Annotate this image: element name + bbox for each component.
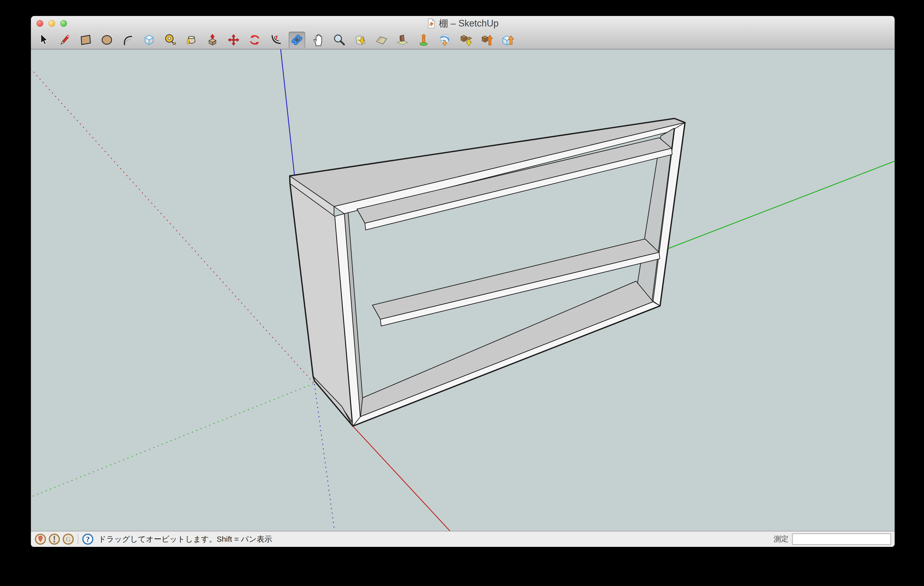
document-icon: [427, 18, 436, 29]
line-tool-button[interactable]: [56, 32, 73, 48]
paint-bucket-icon: [185, 33, 198, 47]
building-maker-icon: [417, 33, 431, 47]
make-component-tool-button[interactable]: [141, 32, 157, 48]
sketchup-window: 棚 – SketchUp: [31, 16, 894, 547]
credits-status-button[interactable]: [48, 533, 60, 545]
push-pull-tool-button[interactable]: [204, 32, 221, 48]
get-models-icon: [459, 33, 473, 47]
shelf-model[interactable]: [290, 119, 685, 426]
geolocation-status-button[interactable]: [35, 533, 46, 545]
share-component-icon: [501, 33, 515, 47]
green-axis-dotted: [31, 384, 314, 497]
pan-icon: [311, 33, 325, 47]
arc-icon: [121, 33, 135, 47]
toggle-terrain-icon: [375, 33, 388, 47]
photo-textures-icon: [396, 33, 409, 47]
zoom-icon: [332, 33, 346, 47]
statusbar-icons: [35, 533, 94, 545]
zoom-tool-button[interactable]: [331, 32, 347, 48]
select-tool-button[interactable]: [35, 32, 52, 48]
geolocation-icon: [35, 533, 46, 545]
photo-textures-tool-button[interactable]: [394, 32, 411, 48]
rectangle-tool-button[interactable]: [78, 32, 94, 48]
select-icon: [36, 33, 51, 47]
orbit-tool-button[interactable]: [289, 32, 305, 48]
titlebar[interactable]: 棚 – SketchUp: [31, 16, 894, 31]
help-icon: [82, 533, 94, 545]
move-tool-button[interactable]: [225, 32, 242, 48]
blue-axis-dotted: [314, 384, 335, 531]
status-hint: ドラッグしてオービットします。Shift = パン表示: [98, 534, 272, 545]
orbit-icon: [290, 33, 304, 47]
circle-tool-button[interactable]: [99, 32, 115, 48]
green-axis-solid: [668, 161, 894, 249]
google-earth-tool-button[interactable]: [437, 32, 453, 48]
push-pull-icon: [206, 33, 219, 47]
offset-icon: [269, 33, 283, 47]
window-title: 棚 – SketchUp: [439, 17, 498, 30]
google-icon: [62, 533, 74, 545]
statusbar: ドラッグしてオービットします。Shift = パン表示 測定: [31, 531, 894, 547]
share-model-tool-button[interactable]: [479, 32, 495, 48]
toolbar: [31, 31, 894, 49]
toggle-terrain-tool-button[interactable]: [373, 32, 389, 48]
help-status-button[interactable]: [82, 533, 94, 545]
measurement-label: 測定: [774, 534, 789, 544]
tape-measure-icon: [163, 33, 177, 47]
line-icon: [58, 33, 72, 47]
rotate-icon: [248, 33, 262, 47]
red-axis-dotted: [31, 69, 314, 383]
rectangle-icon: [79, 33, 93, 47]
model-canvas[interactable]: [31, 50, 894, 531]
statusbar-divider: [78, 534, 78, 544]
google-status-button[interactable]: [62, 533, 74, 545]
window-header: 棚 – SketchUp: [31, 16, 894, 50]
circle-icon: [100, 33, 114, 47]
pan-tool-button[interactable]: [310, 32, 326, 48]
add-location-tool-button[interactable]: [352, 32, 368, 48]
building-maker-tool-button[interactable]: [416, 32, 432, 48]
move-icon: [227, 33, 241, 47]
credits-icon: [48, 533, 60, 545]
red-axis-solid: [353, 426, 450, 531]
3d-viewport[interactable]: [31, 50, 894, 531]
paint-bucket-tool-button[interactable]: [183, 32, 200, 48]
rotate-tool-button[interactable]: [246, 32, 263, 48]
get-models-tool-button[interactable]: [458, 32, 474, 48]
make-component-icon: [142, 33, 156, 47]
offset-tool-button[interactable]: [267, 32, 284, 48]
arc-tool-button[interactable]: [120, 32, 136, 48]
share-model-icon: [480, 33, 494, 47]
tape-measure-tool-button[interactable]: [162, 32, 178, 48]
add-location-icon: [353, 33, 367, 47]
google-earth-icon: [438, 33, 452, 47]
measurement-input[interactable]: [792, 533, 891, 545]
share-component-tool-button[interactable]: [500, 32, 516, 48]
